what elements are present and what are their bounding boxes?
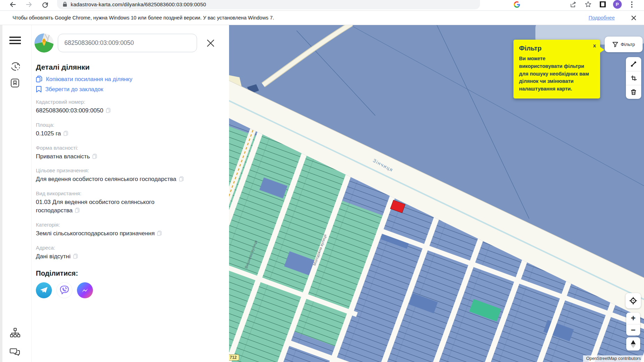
field-value: Землі сільськогосподарського призначення: [36, 230, 155, 237]
copy-value-icon[interactable]: [63, 130, 68, 139]
copy-value-icon[interactable]: [92, 153, 97, 162]
sitemap-icon[interactable]: [8, 326, 22, 340]
tooltip-close-icon[interactable]: x: [593, 42, 596, 48]
save-bookmark-link[interactable]: Зберегти до закладок: [36, 86, 221, 93]
bookmarks-icon[interactable]: [8, 76, 22, 90]
notice-details-link[interactable]: Подробнее: [589, 15, 615, 21]
tooltip-arrow: [600, 47, 604, 53]
field-ownership: Форма власності: Приватна власність: [36, 145, 221, 162]
update-notice-bar: Чтобы обновлять Google Chrome, нужна Win…: [0, 11, 644, 25]
back-icon[interactable]: [9, 1, 17, 8]
history-icon[interactable]: [8, 60, 22, 74]
copy-parcel-link-label: Копіювати посилання на ділянку: [46, 76, 132, 82]
bookmark-star-icon[interactable]: [581, 1, 595, 8]
save-bookmark-link-label: Зберегти до закладок: [45, 86, 103, 93]
share-icon[interactable]: [566, 1, 581, 8]
address-bar[interactable]: kadastrova-karta.com/dilyanka/6825083600…: [57, 0, 480, 9]
zoom-in-button[interactable]: +: [626, 313, 640, 324]
funnel-icon: [612, 42, 618, 47]
tooltip-title: Фільтр: [519, 45, 595, 52]
map-tools: [626, 57, 641, 99]
cadastral-map[interactable]: Зінчиця Вишнева вулиця Молодіжна вулиця …: [229, 25, 644, 362]
field-cadastre-number: Кадастровий номер: 6825083600:03:009:005…: [36, 99, 221, 116]
compass-north-icon: [631, 340, 636, 344]
reload-icon[interactable]: [41, 1, 49, 8]
menu-dots-icon[interactable]: [625, 1, 639, 8]
delete-tool-button[interactable]: [626, 85, 641, 99]
field-purpose: Цільове призначення: Для ведення особист…: [36, 167, 221, 184]
copy-parcel-link[interactable]: Копіювати посилання на ділянку: [36, 76, 221, 82]
field-label: Адреса:: [36, 245, 221, 251]
site-logo[interactable]: [34, 33, 54, 53]
field-address: Адреса: Дані відсутні: [36, 245, 221, 261]
feedback-chat-icon[interactable]: [8, 345, 22, 359]
copy-value-icon[interactable]: [179, 176, 184, 184]
field-value: 6825083600:03:009:0050: [36, 107, 103, 114]
compass-button[interactable]: [626, 337, 640, 351]
tooltip-body: Ви можете використовувати фільтри для по…: [519, 55, 590, 93]
field-value: Дані відсутні: [36, 253, 71, 260]
field-label: Цільове призначення:: [36, 167, 221, 173]
notice-text: Чтобы обновлять Google Chrome, нужна Win…: [13, 15, 274, 21]
filter-tooltip: Фільтр x Ви можете використовувати фільт…: [513, 40, 600, 99]
map-attribution: OpenStreetMap contributors: [583, 355, 644, 362]
field-use-type: Вид використання: 01.03 Для ведення особ…: [36, 190, 221, 215]
zoom-out-button[interactable]: −: [626, 324, 640, 336]
copy-icon: [36, 76, 42, 82]
area-select-tool-button[interactable]: [626, 71, 641, 85]
filter-button[interactable]: Фільтр: [605, 37, 643, 52]
field-label: Кадастровий номер:: [36, 99, 221, 105]
viber-icon[interactable]: [56, 282, 72, 298]
window-edge: [0, 25, 2, 362]
browser-toolbar: kadastrova-karta.com/dilyanka/6825083600…: [0, 0, 644, 11]
parcel-details-panel: Деталі ділянки Копіювати посилання на ді…: [31, 25, 229, 362]
field-value: Приватна власність: [36, 153, 90, 160]
copy-value-icon[interactable]: [157, 230, 162, 238]
locate-me-button[interactable]: [626, 293, 641, 308]
bookmark-icon: [36, 86, 42, 93]
field-label: Форма власності:: [36, 145, 221, 151]
field-value: 0.1025 га: [36, 130, 61, 137]
field-value: Для ведення особистого селянського госпо…: [36, 176, 176, 182]
zoom-controls: + −: [626, 313, 640, 336]
field-category: Категорія: Землі сільськогосподарського …: [36, 222, 221, 238]
lock-icon: [63, 2, 67, 7]
menu-hamburger-icon[interactable]: [8, 33, 22, 47]
field-area: Площа: 0.1025 га: [36, 122, 221, 139]
field-label: Площа:: [36, 122, 221, 128]
copy-value-icon[interactable]: [75, 207, 80, 215]
road-shield: 712: [229, 354, 239, 361]
copy-value-icon[interactable]: [73, 253, 78, 261]
sidebar-rail: [2, 25, 31, 362]
forward-icon[interactable]: [25, 1, 33, 8]
messenger-icon[interactable]: [77, 282, 93, 298]
share-title: Поділитися:: [36, 269, 221, 277]
google-icon[interactable]: [510, 1, 524, 8]
panel-close-icon[interactable]: [205, 38, 216, 48]
avatar[interactable]: P: [610, 0, 625, 9]
notice-close-icon[interactable]: [630, 14, 637, 21]
page-title: Деталі ділянки: [36, 63, 221, 71]
url-text: kadastrova-karta.com/dilyanka/6825083600…: [71, 1, 206, 7]
copy-value-icon[interactable]: [106, 107, 111, 116]
field-label: Вид використання:: [36, 190, 221, 196]
measure-tool-button[interactable]: [626, 57, 641, 71]
field-value: 01.03 Для ведення особистого селянського…: [36, 199, 155, 214]
compass-south-icon: [631, 345, 636, 348]
search-input[interactable]: [58, 34, 197, 52]
telegram-icon[interactable]: [36, 282, 52, 298]
extension-icon[interactable]: [595, 1, 610, 8]
field-label: Категорія:: [36, 222, 221, 228]
